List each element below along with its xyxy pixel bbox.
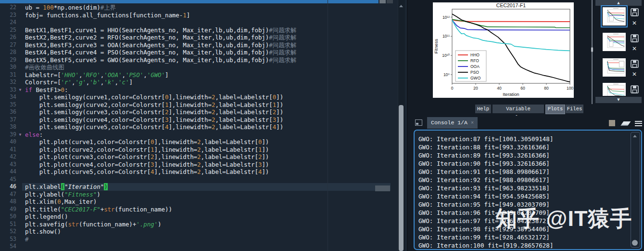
close-plot-icon[interactable]: ✕: [631, 45, 638, 52]
close-plot-icon[interactable]: ✕: [631, 20, 638, 26]
save-plot-icon[interactable]: [631, 8, 639, 16]
svg-text:40: 40: [497, 86, 502, 91]
plot-figure: CEC2017-F102040608010010⁹10¹⁰10¹¹10¹²Ite…: [433, 2, 574, 98]
code-line[interactable]: 41 plt.plot(curve2,color=Colorstr[1],lin…: [0, 146, 407, 154]
code-line[interactable]: 29BestX5,BestF5,curve5 = GWO(SearchAgent…: [0, 56, 407, 64]
svg-text:0: 0: [451, 86, 454, 91]
close-plot-icon[interactable]: ✕: [631, 71, 638, 78]
plot-thumbnail[interactable]: [603, 83, 626, 96]
code-line[interactable]: 31Labelstr=['HHO','RFO','OOA','PSO','GWO…: [0, 71, 407, 79]
svg-text:10⁹: 10⁹: [443, 72, 450, 77]
tab-scroll-right-button[interactable]: [387, 0, 393, 3]
code-line[interactable]: 37 plt.semilogy(curve4,color=Colorstr[3]…: [0, 116, 407, 124]
plot-thumbnail[interactable]: [603, 58, 626, 77]
code-line[interactable]: 27BestX3,BestF3,curve3 = OOA(SearchAgent…: [0, 41, 407, 49]
plot-thumbnail[interactable]: [603, 7, 626, 26]
code-line[interactable]: 49plt.title("CEC2017-F"+str(function_nam…: [0, 206, 407, 213]
code-line[interactable]: 40 plt.plot(curve1,color=Colorstr[0],lin…: [0, 138, 407, 146]
svg-text:10¹²: 10¹²: [442, 15, 450, 20]
code-line[interactable]: 33▼if BestF1>0:: [0, 86, 407, 94]
code-line[interactable]: 47plt.ylabel("Fitness"): [0, 191, 407, 198]
code-lines[interactable]: 22ub = 100*np.ones(dim)#上界23fobj= functi…: [0, 4, 407, 251]
tab-plots[interactable]: Plots: [545, 105, 565, 114]
console-line: GWO: Iteration:100 fit=[919.28657628]: [418, 241, 637, 250]
code-line[interactable]: 48plt.xlim(0,Max_iter): [0, 198, 407, 206]
svg-text:Fitness: Fitness: [433, 39, 439, 53]
console-tab[interactable]: Console 1/A×: [427, 117, 478, 129]
svg-text:80: 80: [544, 86, 549, 91]
svg-text:100: 100: [567, 86, 573, 91]
svg-text:CEC2017-F1: CEC2017-F1: [496, 2, 526, 8]
tab-help[interactable]: Help: [475, 105, 491, 113]
code-line[interactable]: 44 plt.plot(curve5,color=Colorstr[4],lin…: [0, 168, 407, 176]
code-line[interactable]: 53#: [0, 236, 407, 243]
console-line: GWO: Iteration:99 fit=[928.46532172]: [418, 233, 637, 241]
code-line[interactable]: 51plt.savefig(str(function_name)+'.png'): [0, 221, 407, 228]
options-menu-icon[interactable]: [635, 119, 642, 126]
scrollbar-up-icon[interactable]: [399, 5, 403, 7]
console-scrollbar-thumb[interactable]: [632, 240, 638, 246]
plot-thumbnail[interactable]: [603, 33, 626, 51]
svg-text:PSO: PSO: [470, 70, 479, 75]
svg-text:10¹⁰: 10¹⁰: [442, 53, 450, 58]
code-line[interactable]: 34 plt.semilogy(curve1,color=Colorstr[0]…: [0, 93, 407, 101]
thumbnails-scroll-down-button[interactable]: ▼: [595, 97, 642, 103]
svg-text:Iteration: Iteration: [503, 92, 519, 97]
thumbnails-scroll-up-button[interactable]: ▲: [595, 0, 642, 6]
scrollflag-slider: [375, 185, 390, 191]
code-line[interactable]: 38 plt.semilogy(curve5,color=Colorstr[4]…: [0, 123, 407, 131]
code-line[interactable]: 42 plt.plot(curve3,color=Colorstr[2],lin…: [0, 153, 407, 161]
console-line: GWO: Iteration:89 fit=[993.32616366]: [418, 151, 637, 159]
code-line[interactable]: 36 plt.semilogy(curve3,color=Colorstr[2]…: [0, 108, 407, 116]
code-line[interactable]: 54: [0, 243, 407, 251]
code-line[interactable]: 50plt.legend(): [0, 213, 407, 221]
svg-text:60: 60: [520, 86, 525, 91]
splitter-grip-icon: [591, 47, 593, 52]
code-line[interactable]: 28BestX4,BestF4,curve4 = PSO(SearchAgent…: [0, 49, 407, 56]
browse-tabs-icon[interactable]: [415, 119, 422, 126]
convergence-chart: CEC2017-F102040608010010⁹10¹⁰10¹¹10¹²Ite…: [433, 2, 574, 98]
eraser-icon[interactable]: [621, 121, 631, 125]
code-line[interactable]: 23fobj= functions.all_functions[function…: [0, 12, 407, 19]
tab-variable-explorer[interactable]: Variable explorer: [492, 105, 544, 113]
editor-scrollbar-thumb[interactable]: [399, 105, 404, 251]
console-line: GWO: Iteration:90 fit=[993.32616366]: [418, 159, 637, 168]
watermark: 知乎 @IT猿手: [495, 204, 632, 233]
code-line[interactable]: 35 plt.semilogy(curve2,color=Colorstr[1]…: [0, 101, 407, 109]
code-line[interactable]: 26BestX2,BestF2,curve2 = RFO(SearchAgent…: [0, 34, 407, 41]
spyder-window: 22ub = 100*np.ones(dim)#上界23fobj= functi…: [0, 0, 644, 251]
thumbnail-list: ▲ ✕ ✕ ✕ ▼: [593, 0, 644, 104]
code-line[interactable]: 32Colorstr=['r','g','b','k','c']: [0, 79, 407, 86]
edge-line: [328, 0, 328, 251]
plots-pane: CEC2017-F102040608010010⁹10¹⁰10¹¹10¹²Ite…: [408, 0, 644, 116]
close-console-icon[interactable]: ×: [471, 120, 474, 126]
tab-files[interactable]: Files: [566, 105, 583, 113]
code-editor[interactable]: 22ub = 100*np.ones(dim)#上界23fobj= functi…: [0, 0, 407, 251]
code-line[interactable]: 52plt.show(): [0, 228, 407, 236]
save-plot-icon[interactable]: [631, 85, 639, 93]
svg-text:GWO: GWO: [470, 76, 481, 80]
console-line: GWO: Iteration:93 fit=[963.98233518]: [418, 184, 637, 192]
code-line[interactable]: 46plt.xlabel("Iteration"): [0, 183, 407, 191]
tab-scroll-left-button[interactable]: [379, 0, 386, 3]
code-line[interactable]: 24: [0, 19, 407, 26]
svg-text:HHO: HHO: [470, 53, 480, 57]
svg-text:OOA: OOA: [470, 64, 480, 69]
save-plot-icon[interactable]: [631, 34, 639, 42]
console-line: GWO: Iteration:94 fit=[954.59425685]: [418, 192, 637, 200]
save-plot-icon[interactable]: [631, 60, 639, 68]
console-line: GWO: Iteration:87 fit=[1001.30509148]: [418, 135, 637, 143]
code-line[interactable]: 30#画收敛曲线图: [0, 64, 407, 71]
svg-text:10¹¹: 10¹¹: [442, 34, 450, 39]
stop-icon[interactable]: [609, 120, 615, 126]
code-line[interactable]: 25BestX1,BestF1,curve1 = HHO(SearchAgent…: [0, 26, 407, 34]
console-line: GWO: Iteration:91 fit=[988.09806617]: [418, 168, 637, 176]
console-line: GWO: Iteration:92 fit=[988.09806617]: [418, 176, 637, 184]
plots-splitter[interactable]: [592, 0, 593, 104]
code-line[interactable]: 43 plt.plot(curve4,color=Colorstr[3],lin…: [0, 161, 407, 169]
console-scroll-up-icon[interactable]: [633, 135, 637, 137]
code-line[interactable]: 39▼else:: [0, 131, 407, 139]
editor-tab-strip: [0, 0, 379, 3]
code-line[interactable]: 22ub = 100*np.ones(dim)#上界: [0, 4, 407, 12]
code-line[interactable]: 45: [0, 176, 407, 184]
